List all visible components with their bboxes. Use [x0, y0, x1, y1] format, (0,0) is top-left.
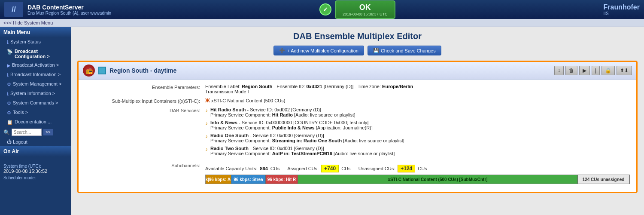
sidebar-item-tools[interactable]: ⚙ Tools > — [0, 108, 71, 117]
main-menu-title: Main Menu — [0, 27, 71, 37]
toolbar: ➕ + Add new Multiplex Configuration 💾 Ch… — [77, 46, 638, 55]
search-button[interactable]: >> — [43, 129, 53, 135]
sidebar-search-row: 🔍 >> — [0, 127, 71, 138]
sidebar-label-system-info: System Information — [10, 91, 51, 96]
editor-panel-header: 📻 Region South - daytime ↕ 🗑 ▶ | 🔒 ⬆⬇ — [79, 62, 636, 80]
add-multiplex-button[interactable]: ➕ + Add new Multiplex Configuration — [273, 46, 364, 55]
expand-button[interactable]: ⬆⬇ — [617, 66, 632, 75]
sidebar-logout[interactable]: ⏻ Logout — [0, 138, 71, 146]
on-air-section: System time (UTC): 2019-08-08 15:36:52 S… — [0, 160, 71, 182]
status-time: 2019-08-08 15:36:37 UTC — [343, 12, 388, 16]
fraunhofer-iis: IIS — [604, 11, 640, 16]
panel-actions: ↕ 🗑 ▶ | 🔒 ⬆⬇ — [554, 66, 632, 75]
service-4-rest: - Service ID: 0xd001 [Germany (D)] — [250, 146, 324, 151]
top-bar-right: Fraunhofer IIS — [604, 3, 640, 16]
service-2-rest: - Service ID: 0x00000000 [COUNTRY CODE 0… — [239, 120, 368, 125]
sidebar-label-broadcast-activation: Broadcast Activation — [12, 62, 55, 68]
system-time-value: 2019-08-08 15:36:52 — [3, 169, 67, 174]
sidebar-item-system-status[interactable]: ℹ System Status — [0, 37, 71, 47]
sidebar-item-broadcast-activation[interactable]: ▶ Broadcast Activation > — [0, 61, 71, 70]
sidebar-item-docs[interactable]: 📋 Documentation ... — [0, 117, 71, 127]
plus-icon: ➕ — [279, 48, 285, 53]
sidebar-item-system-commands[interactable]: ⚙ System Commands > — [0, 98, 71, 108]
sub-mux-label: Sub-Multiplex Input Containers ((x)STI-C… — [85, 98, 205, 104]
ok-text: OK — [343, 3, 388, 12]
bar-seg-aolp: 32 k|96 kbps: AolP — [206, 175, 231, 184]
unassigned-val: +124 — [398, 165, 415, 172]
lock-button[interactable]: 🔒 — [601, 66, 615, 75]
info-icon: ℹ — [7, 40, 9, 45]
power-icon: ⏻ — [7, 139, 13, 144]
play-button[interactable]: ▶ — [579, 66, 590, 75]
search-icon: 🔍 — [3, 129, 10, 135]
service-2: ♪ Info & News - Service ID: 0x00000000 [… — [205, 120, 630, 130]
add-multiplex-label: + Add new Multiplex Configuration — [287, 48, 358, 53]
region-color-indicator — [98, 67, 106, 74]
sidebar-label-system-status: System Status — [10, 39, 41, 44]
assigned-val: +740 — [321, 165, 339, 172]
service-2-name: Info & News — [210, 120, 237, 125]
search-input[interactable] — [12, 129, 42, 136]
hide-menu-button[interactable]: <<< Hide System Menu — [0, 19, 644, 27]
cmd-icon: ⚙ — [7, 101, 11, 106]
ensemble-params-label: Ensemble Parameters: — [85, 84, 205, 90]
assigned-unit: CUs — [341, 166, 350, 171]
system-time-label: System time (UTC): — [3, 164, 67, 169]
status-badge: OK 2019-08-08 15:36:37 UTC — [335, 0, 395, 19]
separator-button: | — [592, 66, 600, 75]
subchannel-bar: 32 k|96 kbps: AolP 96 kbps: Strea 96 kbp… — [205, 175, 630, 184]
xsti-icon: Ж — [205, 98, 210, 104]
broadcast-icon: 📡 — [7, 49, 13, 55]
check-save-label: Check and Save Changes — [381, 48, 436, 53]
scheduler-mode-label: Scheduler mode: — [3, 175, 67, 180]
avail-cu-label: Available Capacity Units: — [205, 166, 257, 171]
sidebar-item-system-mgmt[interactable]: ⚙ System Management > — [0, 80, 71, 89]
subchannels-row: Subchannels: Available Capacity Units: 8… — [85, 162, 630, 184]
service-4-comp: AoIP in: TestStreamPCM16 — [272, 151, 332, 156]
dab-services-label: DAB Services: — [85, 107, 205, 113]
sidebar-label-broadcast-config: Broadcast Configuration — [15, 49, 46, 59]
ensemble-id-val: 0xd321 — [306, 84, 322, 89]
docs-icon: 📋 — [7, 120, 13, 125]
page-title: DAB Ensemble Multiplex Editor — [77, 31, 638, 41]
radio-station-icon: 📻 — [83, 64, 95, 77]
info2-icon: ℹ — [7, 72, 9, 78]
sidebar-item-system-info[interactable]: ℹ System Information > — [0, 89, 71, 98]
top-bar: // DAB ContentServer Ens Mux Region Sout… — [0, 0, 644, 19]
logout-label: Logout — [13, 139, 27, 144]
ensemble-label-val: Region South — [242, 84, 273, 89]
top-bar-left: // DAB ContentServer Ens Mux Region Sout… — [4, 2, 111, 17]
sidebar-label-broadcast-info: Broadcast Information — [10, 72, 57, 77]
avail-cu-val: 864 — [260, 166, 267, 171]
sidebar-label-system-commands: System Commands — [13, 100, 54, 105]
ensemble-tz-val: Europe/Berlin — [382, 84, 413, 89]
unassigned-unit: CUs — [418, 166, 427, 171]
gear-icon: ⚙ — [7, 82, 11, 87]
sidebar-item-broadcast-config[interactable]: 📡 Broadcast Configuration > — [0, 47, 71, 61]
sidebar-item-broadcast-info[interactable]: ℹ Broadcast Information > — [0, 70, 71, 80]
play-icon: ▶ — [7, 63, 10, 68]
ensemble-params-value: Ensemble Label: Region South - Ensemble … — [205, 84, 630, 94]
on-air-title: On Air — [0, 146, 71, 157]
top-bar-info: DAB ContentServer Ens Mux Region South (… — [27, 4, 111, 15]
delete-button[interactable]: 🗑 — [565, 66, 577, 75]
status-center: ✓ OK 2019-08-08 15:36:37 UTC — [319, 0, 395, 19]
subchannels-value: Available Capacity Units: 864 CUs Assign… — [205, 165, 630, 184]
service-3-comp: Streaming in: Radio One South — [272, 138, 342, 143]
service-2-comp: Public Info & News — [272, 125, 315, 130]
service-3: ♪ Radio One South - Service ID: 0xd000 [… — [205, 133, 630, 143]
sidebar-label-docs: Documentation ... — [15, 119, 52, 124]
panel-title: Region South - daytime — [109, 67, 176, 74]
service-3-name: Radio One South — [210, 133, 249, 138]
service-1-name: Hit Radio South — [210, 107, 246, 112]
bar-seg-green: xSTI-C National Content (500 CUs) [SubMu… — [298, 175, 578, 184]
check-save-button[interactable]: 💾 Check and Save Changes — [368, 46, 441, 55]
dab-services-row: DAB Services: ♪ Hit Radio South - Servic… — [85, 107, 630, 159]
editor-body: Ensemble Parameters: Ensemble Label: Reg… — [79, 80, 636, 192]
service-4-name: Radio Two South — [210, 146, 249, 151]
unassigned-label: Unassigned CUs: — [358, 166, 395, 171]
sub-mux-text: xSTI-C National Content (500 CUs) — [211, 98, 285, 103]
sub-mux-row: Sub-Multiplex Input Containers ((x)STI-C… — [85, 98, 630, 104]
info3-icon: ℹ — [7, 91, 9, 97]
move-button[interactable]: ↕ — [554, 66, 564, 75]
